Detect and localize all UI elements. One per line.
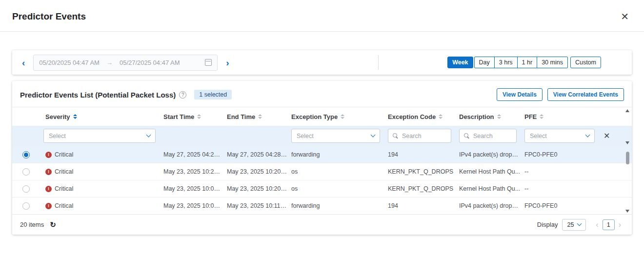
- filter-cell-exception-code: [384, 129, 455, 143]
- header-scrollbar[interactable]: [624, 109, 630, 144]
- end-time-cell: May 27, 2025 04:28:1...: [223, 151, 287, 158]
- column-label: Exception Code: [388, 113, 436, 120]
- page-number[interactable]: 1: [603, 219, 615, 230]
- end-time-cell: May 23, 2025 10:20:2...: [223, 168, 287, 175]
- select-placeholder: Select: [49, 133, 66, 139]
- exception-type-filter-select[interactable]: Select: [291, 129, 380, 143]
- scroll-up-icon[interactable]: [625, 109, 629, 112]
- table-filter-row: Select Select: [12, 126, 632, 146]
- view-details-button[interactable]: View Details: [497, 88, 543, 101]
- sort-icon[interactable]: [73, 114, 77, 119]
- filter-cell-severity: Select: [40, 129, 160, 143]
- sort-icon[interactable]: [439, 114, 443, 119]
- row-radio[interactable]: [22, 151, 30, 158]
- exception-code-search-input[interactable]: [402, 133, 446, 139]
- page-size-select[interactable]: 25: [562, 219, 586, 231]
- row-radio[interactable]: [22, 185, 30, 193]
- column-label: Start Time: [163, 113, 194, 120]
- table-header-row: Severity Start Time End Time Exception T…: [12, 107, 632, 126]
- dialog-content: ‹ 05/20/2025 04:47 AM → 05/27/2025 04:47…: [0, 32, 644, 235]
- description-cell: Kernel Host Path Qu...: [455, 185, 521, 192]
- row-radio[interactable]: [22, 168, 30, 176]
- exception-code-search[interactable]: [388, 129, 451, 143]
- table-body: Critical May 27, 2025 04:24:3... May 27,…: [12, 146, 632, 214]
- date-range-input[interactable]: 05/20/2025 04:47 AM → 05/27/2025 04:47 A…: [33, 55, 218, 71]
- exception-code-cell: KERN_PKT_Q_DROPS: [384, 185, 455, 192]
- exception-type-cell: os: [287, 185, 384, 192]
- severity-cell: Critical: [40, 185, 160, 192]
- table-scrollbar[interactable]: [624, 147, 630, 213]
- time-button[interactable]: Week: [447, 57, 473, 68]
- severity-cell: Critical: [40, 151, 160, 158]
- items-count: 20 items: [20, 221, 44, 228]
- column-label: Severity: [45, 113, 70, 120]
- header-cell-pfe[interactable]: PFE: [521, 113, 599, 120]
- column-label: End Time: [227, 113, 255, 120]
- refresh-icon[interactable]: ↻: [50, 221, 56, 228]
- time-button[interactable]: Day: [474, 57, 495, 68]
- header-cell-end-time[interactable]: End Time: [223, 113, 287, 120]
- filter-cell-exception-type: Select: [287, 129, 384, 143]
- chevron-down-icon: [577, 221, 582, 226]
- table-row[interactable]: Critical May 27, 2025 04:24:3... May 27,…: [12, 146, 632, 163]
- pfe-filter-select[interactable]: Select: [524, 129, 595, 143]
- sort-icon[interactable]: [258, 114, 262, 119]
- exception-type-cell: os: [287, 168, 384, 175]
- sort-icon[interactable]: [497, 114, 501, 119]
- row-select-cell: [12, 168, 40, 176]
- help-icon[interactable]: ?: [179, 91, 186, 99]
- predictor-events-panel: Predictor Events List (Potential Packet …: [12, 81, 632, 235]
- description-search[interactable]: [459, 129, 517, 143]
- header-cell-start-time[interactable]: Start Time: [160, 113, 223, 120]
- calendar-icon[interactable]: [205, 59, 212, 66]
- panel-title: Predictor Events List (Potential Packet …: [20, 91, 176, 99]
- panel-header: Predictor Events List (Potential Packet …: [12, 81, 632, 107]
- chevron-down-icon: [371, 133, 376, 138]
- row-radio[interactable]: [22, 202, 30, 210]
- pagination: Display 25 ‹ 1 ›: [537, 219, 624, 231]
- row-select-cell: [12, 202, 40, 210]
- table-row[interactable]: Critical May 23, 2025 10:20:2... May 23,…: [12, 163, 632, 180]
- time-button[interactable]: Custom: [570, 57, 601, 68]
- select-placeholder: Select: [297, 133, 314, 139]
- scrollbar-thumb[interactable]: [626, 152, 629, 164]
- time-button[interactable]: 1 hr: [517, 57, 538, 68]
- sort-icon[interactable]: [540, 114, 543, 119]
- severity-label: Critical: [55, 168, 73, 175]
- chevron-down-icon: [585, 133, 590, 138]
- critical-icon: [45, 203, 52, 209]
- selected-count-badge: 1 selected: [194, 90, 232, 99]
- header-cell-exception-type[interactable]: Exception Type: [287, 113, 384, 120]
- clear-filters-icon[interactable]: ✕: [604, 132, 610, 140]
- scroll-down-icon[interactable]: [625, 141, 629, 144]
- critical-icon: [45, 152, 52, 158]
- time-range-toolbar: ‹ 05/20/2025 04:47 AM → 05/27/2025 04:47…: [12, 50, 632, 75]
- header-cell-severity[interactable]: Severity: [40, 113, 160, 120]
- page-next-icon[interactable]: ›: [616, 220, 624, 229]
- header-cell-exception-code[interactable]: Exception Code: [384, 113, 455, 120]
- sort-icon[interactable]: [197, 114, 201, 119]
- filter-cell-description: [455, 129, 521, 143]
- start-time-cell: May 23, 2025 10:06:0...: [160, 202, 223, 209]
- page-prev-icon[interactable]: ‹: [593, 220, 601, 229]
- time-button[interactable]: 3 hrs: [494, 57, 518, 68]
- row-select-cell: [12, 185, 40, 193]
- date-prev-icon[interactable]: ‹: [20, 58, 27, 67]
- pfe-cell: --: [521, 185, 599, 192]
- table-row[interactable]: Critical May 23, 2025 10:09:4... May 23,…: [12, 180, 632, 197]
- date-next-icon[interactable]: ›: [223, 58, 231, 67]
- exception-type-cell: forwarding: [287, 202, 384, 209]
- sort-icon[interactable]: [341, 114, 344, 119]
- severity-cell: Critical: [40, 168, 160, 175]
- view-correlated-events-button[interactable]: View Correlated Events: [547, 88, 624, 101]
- description-search-input[interactable]: [473, 133, 512, 139]
- scroll-down-icon[interactable]: [625, 210, 629, 213]
- critical-icon: [45, 186, 52, 192]
- table-row[interactable]: Critical May 23, 2025 10:06:0... May 23,…: [12, 197, 632, 214]
- start-time-cell: May 23, 2025 10:20:2...: [160, 168, 223, 175]
- close-icon[interactable]: ✕: [618, 11, 632, 22]
- exception-type-cell: forwarding: [287, 151, 384, 158]
- header-cell-description[interactable]: Description: [455, 113, 521, 120]
- time-button[interactable]: 30 mins: [537, 57, 568, 68]
- severity-filter-select[interactable]: Select: [43, 129, 156, 143]
